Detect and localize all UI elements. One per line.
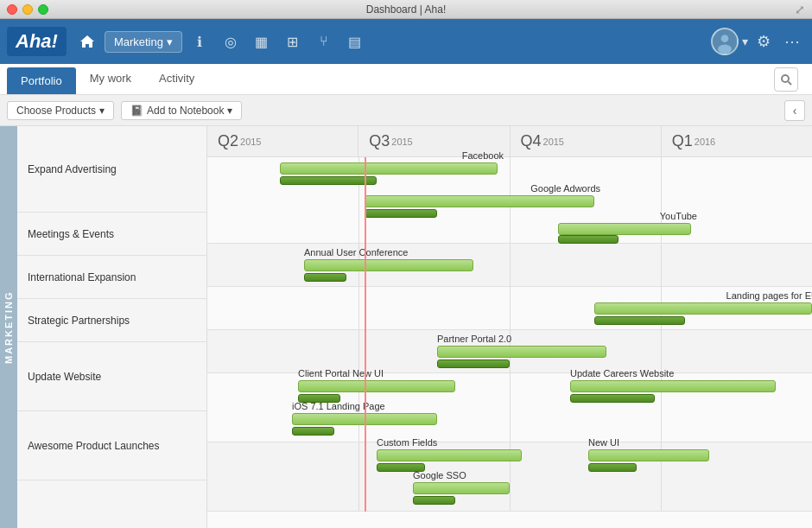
gantt-bar[interactable] — [570, 394, 655, 403]
svg-point-1 — [721, 35, 729, 42]
bar-label: New UI — [588, 437, 619, 448]
gantt-bar[interactable] — [304, 259, 473, 271]
svg-line-4 — [789, 81, 792, 85]
minimize-button[interactable] — [22, 4, 33, 15]
avatar-chevron-icon[interactable]: ▾ — [742, 35, 748, 48]
gantt-row-4: Client Portal New UIUpdate Careers Websi… — [207, 373, 812, 442]
bar-label: YouTube — [660, 211, 697, 221]
goals-sidebar: Expand Advertising Meetings & Events Int… — [17, 126, 207, 528]
bar-label: Facebook — [462, 150, 504, 161]
sub-navigation: Portfolio My work Activity — [0, 64, 812, 95]
add-to-notebook-button[interactable]: 📓 Add to Notebook ▾ — [121, 101, 242, 120]
bar-label: Annual User Conference — [304, 247, 408, 258]
gantt-bar[interactable] — [558, 223, 691, 235]
search-area — [774, 64, 805, 94]
vertical-line — [661, 244, 662, 286]
gantt-bar[interactable] — [588, 463, 637, 472]
gantt-bar[interactable] — [304, 273, 346, 282]
branch-icon[interactable]: ⑂ — [310, 28, 338, 55]
gantt-bar[interactable] — [365, 209, 437, 218]
gantt-bar[interactable] — [588, 449, 709, 461]
marketing-label: MARKETING — [0, 126, 17, 528]
bar-label: Update Careers Website — [570, 368, 674, 379]
maximize-button[interactable] — [38, 4, 48, 15]
tab-activity[interactable]: Activity — [145, 64, 208, 94]
top-navigation: Aha! Marketing ▾ ℹ ◎ ▦ ⊞ ⑂ ▤ ▾ ⚙ ⋯ — [0, 19, 812, 64]
gantt-row-0: FacebookGoogle AdwordsYouTube — [207, 157, 812, 244]
gantt-row-5: Custom FieldsNew UIGoogle SSO — [207, 442, 812, 512]
info-icon[interactable]: ℹ — [186, 28, 213, 55]
gantt-bar[interactable] — [413, 496, 455, 505]
svg-point-2 — [718, 45, 732, 54]
gantt-bar[interactable] — [413, 482, 510, 494]
more-options-icon[interactable]: ⋯ — [779, 32, 805, 51]
tab-my-work[interactable]: My work — [76, 64, 145, 94]
vertical-line — [661, 330, 662, 372]
tab-portfolio[interactable]: Portfolio — [7, 67, 76, 94]
dropdown-chevron-icon: ▾ — [167, 35, 173, 48]
gantt-bar[interactable] — [558, 235, 619, 244]
gantt-bar[interactable] — [377, 449, 522, 461]
bar-label: Landing pages for EU — [726, 290, 812, 301]
goal-meetings-events: Meetings & Events — [17, 213, 206, 256]
settings-icon[interactable]: ⚙ — [752, 32, 776, 51]
window-controls — [7, 4, 48, 15]
calendar-icon[interactable]: ▦ — [248, 28, 276, 55]
goal-product-launches: Awesome Product Launches — [17, 411, 206, 480]
bar-label: Google Adwords — [530, 183, 600, 194]
vertical-line — [358, 287, 359, 329]
q1-2016-header: Q1 2016 — [662, 126, 812, 156]
gantt-bar[interactable] — [280, 162, 498, 175]
target-icon[interactable]: ◎ — [217, 28, 244, 55]
gantt-bar[interactable] — [280, 176, 377, 185]
vertical-line — [510, 373, 511, 442]
titlebar: Dashboard | Aha! ⤢ — [0, 0, 812, 19]
main-content: MARKETING Expand Advertising Meetings & … — [0, 126, 812, 528]
vertical-line — [358, 442, 359, 511]
q2-2015-header: Q2 2015 — [207, 126, 358, 156]
vertical-line — [510, 287, 511, 329]
q4-2015-header: Q4 2015 — [511, 126, 662, 156]
grid-icon[interactable]: ⊞ — [279, 28, 307, 55]
gantt-bar[interactable] — [437, 346, 606, 358]
svg-point-3 — [782, 75, 789, 82]
bar-label: iOS 7.1 Landing Page — [292, 401, 385, 411]
gantt-bar[interactable] — [292, 413, 437, 425]
dropdown-arrow-icon: ▾ — [99, 105, 105, 117]
gantt-bar[interactable] — [594, 302, 812, 315]
close-button[interactable] — [7, 4, 17, 15]
gantt-bar[interactable] — [594, 316, 685, 325]
gantt-bar[interactable] — [365, 195, 594, 207]
gantt-rows: FacebookGoogle AdwordsYouTubeAnnual User… — [207, 157, 812, 512]
gantt-bar[interactable] — [292, 427, 334, 436]
home-icon[interactable] — [73, 28, 101, 55]
bar-label: Custom Fields — [377, 437, 437, 448]
gantt-bar[interactable] — [298, 380, 455, 392]
product-dropdown[interactable]: Marketing ▾ — [105, 31, 182, 53]
notebook-dropdown-icon: ▾ — [227, 105, 232, 117]
prev-period-button[interactable]: ‹ — [784, 100, 805, 121]
choose-products-button[interactable]: Choose Products ▾ — [7, 101, 114, 120]
gantt-bar[interactable] — [570, 380, 776, 392]
gantt-row-2: Landing pages for EU — [207, 287, 812, 330]
notebook-add-icon: 📓 — [130, 105, 143, 117]
app-logo[interactable]: Aha! — [7, 27, 67, 56]
gantt-row-3: Partner Portal 2.0 — [207, 330, 812, 373]
window-title: Dashboard | Aha! — [366, 3, 447, 16]
vertical-line — [510, 244, 511, 286]
resize-icon[interactable]: ⤢ — [795, 3, 805, 16]
bar-label: Google SSO — [413, 470, 466, 480]
avatar[interactable] — [711, 28, 739, 55]
toolbar: Choose Products ▾ 📓 Add to Notebook ▾ ‹ — [0, 95, 812, 126]
gantt-bar[interactable] — [437, 359, 510, 368]
goal-partnerships: Strategic Partnerships — [17, 299, 206, 342]
vertical-line — [358, 330, 359, 372]
goal-expand-advertising: Expand Advertising — [17, 126, 206, 213]
search-button[interactable] — [774, 67, 798, 92]
timeline-navigation: ‹ — [784, 100, 805, 121]
gantt-row-1: Annual User Conference — [207, 244, 812, 287]
notebook-icon[interactable]: ▤ — [341, 28, 369, 55]
goal-update-website: Update Website — [17, 342, 206, 411]
goal-international: International Expansion — [17, 256, 206, 299]
bar-label: Partner Portal 2.0 — [437, 334, 511, 344]
